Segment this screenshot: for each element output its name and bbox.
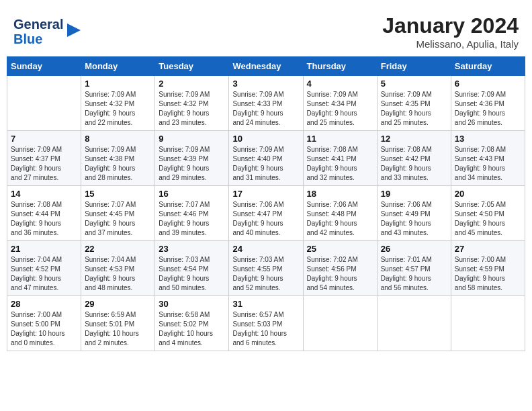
calendar-week-1: 7Sunrise: 7:09 AM Sunset: 4:37 PM Daylig… [7,131,525,186]
calendar-cell: 29Sunrise: 6:59 AM Sunset: 5:01 PM Dayli… [81,296,155,351]
calendar-cell: 1Sunrise: 7:09 AM Sunset: 4:32 PM Daylig… [81,76,155,131]
logo-arrow-icon [64,21,83,42]
calendar-cell: 8Sunrise: 7:09 AM Sunset: 4:38 PM Daylig… [81,131,155,186]
day-info: Sunrise: 7:08 AM Sunset: 4:44 PM Dayligh… [11,200,77,238]
calendar-cell: 20Sunrise: 7:05 AM Sunset: 4:50 PM Dayli… [451,186,525,241]
day-number: 21 [11,244,77,254]
day-info: Sunrise: 7:09 AM Sunset: 4:35 PM Dayligh… [381,90,447,128]
day-number: 4 [307,79,373,89]
day-number: 24 [232,244,299,254]
day-info: Sunrise: 7:08 AM Sunset: 4:42 PM Dayligh… [381,145,447,183]
calendar-cell: 26Sunrise: 7:01 AM Sunset: 4:57 PM Dayli… [377,241,451,296]
calendar-cell: 31Sunrise: 6:57 AM Sunset: 5:03 PM Dayli… [229,296,303,351]
day-number: 15 [85,189,151,199]
day-info: Sunrise: 7:09 AM Sunset: 4:34 PM Dayligh… [307,90,373,128]
calendar-cell: 13Sunrise: 7:08 AM Sunset: 4:43 PM Dayli… [451,131,525,186]
calendar-cell: 23Sunrise: 7:03 AM Sunset: 4:54 PM Dayli… [155,241,229,296]
calendar-cell: 24Sunrise: 7:03 AM Sunset: 4:55 PM Dayli… [229,241,303,296]
calendar-cell [303,296,377,351]
calendar-header-wednesday: Wednesday [229,57,303,76]
calendar-cell: 18Sunrise: 7:06 AM Sunset: 4:48 PM Dayli… [303,186,377,241]
calendar-week-4: 28Sunrise: 7:00 AM Sunset: 5:00 PM Dayli… [7,296,525,351]
logo-line2: Blue [13,32,63,46]
calendar-week-0: 1Sunrise: 7:09 AM Sunset: 4:32 PM Daylig… [7,76,525,131]
day-info: Sunrise: 7:04 AM Sunset: 4:53 PM Dayligh… [85,255,151,293]
calendar-cell: 5Sunrise: 7:09 AM Sunset: 4:35 PM Daylig… [377,76,451,131]
day-info: Sunrise: 7:09 AM Sunset: 4:36 PM Dayligh… [455,90,521,128]
day-number: 12 [381,134,447,144]
day-info: Sunrise: 7:09 AM Sunset: 4:37 PM Dayligh… [11,145,77,183]
calendar-cell: 11Sunrise: 7:08 AM Sunset: 4:41 PM Dayli… [303,131,377,186]
calendar-cell: 22Sunrise: 7:04 AM Sunset: 4:53 PM Dayli… [81,241,155,296]
day-info: Sunrise: 7:02 AM Sunset: 4:56 PM Dayligh… [307,255,373,293]
day-number: 10 [232,134,299,144]
day-info: Sunrise: 7:04 AM Sunset: 4:52 PM Dayligh… [11,255,77,293]
calendar-cell: 25Sunrise: 7:02 AM Sunset: 4:56 PM Dayli… [303,241,377,296]
calendar-week-3: 21Sunrise: 7:04 AM Sunset: 4:52 PM Dayli… [7,241,525,296]
day-number: 2 [159,79,225,89]
day-number: 1 [85,79,151,89]
day-number: 25 [307,244,373,254]
calendar-cell: 12Sunrise: 7:08 AM Sunset: 4:42 PM Dayli… [377,131,451,186]
day-info: Sunrise: 7:03 AM Sunset: 4:55 PM Dayligh… [232,255,299,293]
day-info: Sunrise: 7:09 AM Sunset: 4:33 PM Dayligh… [232,90,299,128]
day-info: Sunrise: 7:09 AM Sunset: 4:32 PM Dayligh… [85,90,151,128]
day-info: Sunrise: 7:09 AM Sunset: 4:40 PM Dayligh… [232,145,299,183]
day-number: 28 [11,299,77,309]
day-info: Sunrise: 7:00 AM Sunset: 5:00 PM Dayligh… [11,310,77,348]
calendar-cell: 6Sunrise: 7:09 AM Sunset: 4:36 PM Daylig… [451,76,525,131]
day-number: 26 [381,244,447,254]
day-info: Sunrise: 7:09 AM Sunset: 4:38 PM Dayligh… [85,145,151,183]
day-number: 23 [159,244,225,254]
calendar-header-thursday: Thursday [303,57,377,76]
day-number: 11 [307,134,373,144]
calendar-header-friday: Friday [377,57,451,76]
calendar-header-sunday: Sunday [7,57,81,76]
calendar-header-tuesday: Tuesday [155,57,229,76]
calendar-cell: 2Sunrise: 7:09 AM Sunset: 4:32 PM Daylig… [155,76,229,131]
calendar-header-monday: Monday [81,57,155,76]
day-number: 7 [11,134,77,144]
calendar-cell: 7Sunrise: 7:09 AM Sunset: 4:37 PM Daylig… [7,131,81,186]
day-number: 5 [381,79,447,89]
day-number: 13 [455,134,521,144]
day-number: 31 [232,299,299,309]
day-info: Sunrise: 7:03 AM Sunset: 4:54 PM Dayligh… [159,255,225,293]
day-number: 14 [11,189,77,199]
calendar-cell [7,76,81,131]
day-info: Sunrise: 6:57 AM Sunset: 5:03 PM Dayligh… [232,310,299,348]
location: Melissano, Apulia, Italy [382,38,519,50]
calendar-cell: 28Sunrise: 7:00 AM Sunset: 5:00 PM Dayli… [7,296,81,351]
calendar-cell: 15Sunrise: 7:07 AM Sunset: 4:45 PM Dayli… [81,186,155,241]
day-number: 19 [381,189,447,199]
calendar-table: SundayMondayTuesdayWednesdayThursdayFrid… [7,56,525,351]
day-number: 3 [232,79,299,89]
day-number: 29 [85,299,151,309]
day-info: Sunrise: 7:01 AM Sunset: 4:57 PM Dayligh… [381,255,447,293]
day-number: 27 [455,244,521,254]
calendar-week-2: 14Sunrise: 7:08 AM Sunset: 4:44 PM Dayli… [7,186,525,241]
month-title: January 2024 [382,13,519,38]
day-info: Sunrise: 7:07 AM Sunset: 4:45 PM Dayligh… [85,200,151,238]
calendar-cell: 10Sunrise: 7:09 AM Sunset: 4:40 PM Dayli… [229,131,303,186]
calendar-cell: 21Sunrise: 7:04 AM Sunset: 4:52 PM Dayli… [7,241,81,296]
day-info: Sunrise: 7:09 AM Sunset: 4:39 PM Dayligh… [159,145,225,183]
day-number: 22 [85,244,151,254]
day-number: 8 [85,134,151,144]
day-number: 17 [232,189,299,199]
day-info: Sunrise: 6:58 AM Sunset: 5:02 PM Dayligh… [159,310,225,348]
calendar-cell [377,296,451,351]
day-number: 16 [159,189,225,199]
day-number: 30 [159,299,225,309]
day-info: Sunrise: 7:05 AM Sunset: 4:50 PM Dayligh… [455,200,521,238]
calendar-cell: 3Sunrise: 7:09 AM Sunset: 4:33 PM Daylig… [229,76,303,131]
day-info: Sunrise: 7:08 AM Sunset: 4:43 PM Dayligh… [455,145,521,183]
calendar-cell: 16Sunrise: 7:07 AM Sunset: 4:46 PM Dayli… [155,186,229,241]
day-info: Sunrise: 7:06 AM Sunset: 4:48 PM Dayligh… [307,200,373,238]
day-info: Sunrise: 7:06 AM Sunset: 4:47 PM Dayligh… [232,200,299,238]
day-number: 9 [159,134,225,144]
calendar-cell [451,296,525,351]
calendar-cell: 17Sunrise: 7:06 AM Sunset: 4:47 PM Dayli… [229,186,303,241]
svg-marker-0 [67,24,81,37]
calendar-cell: 4Sunrise: 7:09 AM Sunset: 4:34 PM Daylig… [303,76,377,131]
